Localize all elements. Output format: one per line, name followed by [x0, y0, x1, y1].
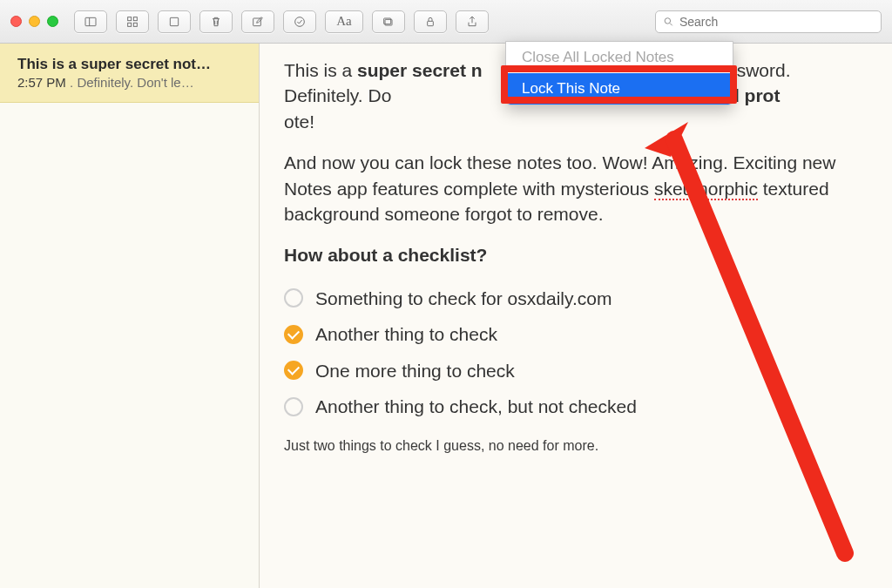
checklist: Something to check for osxdaily.com Anot…: [284, 280, 868, 425]
sidebar-toggle-button[interactable]: [74, 10, 107, 33]
attachments-icon: [167, 15, 181, 29]
format-icon: Aa: [336, 14, 352, 29]
search-icon: [663, 16, 674, 28]
minimize-window-button[interactable]: [29, 16, 40, 27]
note-paragraph: And now you can lock these notes too. Wo…: [284, 150, 868, 226]
svg-point-14: [665, 17, 670, 23]
trash-icon: [209, 15, 223, 29]
checklist-item[interactable]: Another thing to check, but not checked: [284, 389, 868, 424]
menu-item-close-locked[interactable]: Close All Locked Notes: [506, 42, 733, 73]
checklist-item[interactable]: Another thing to check: [284, 316, 868, 352]
checklist-item-label: Another thing to check, but not checked: [315, 394, 637, 419]
note-item-preview: . Definitely. Don't le…: [70, 75, 194, 90]
window-controls: [10, 16, 58, 27]
checklist-item-label: One more thing to check: [315, 358, 515, 383]
svg-rect-5: [133, 23, 137, 26]
lock-button[interactable]: [414, 10, 447, 33]
checklist-item-label: Another thing to check: [315, 321, 497, 347]
search-input[interactable]: [679, 15, 874, 29]
search-field[interactable]: [655, 10, 882, 33]
svg-rect-4: [128, 23, 132, 26]
checklist-icon: [293, 15, 307, 29]
checklist-item[interactable]: One more thing to check: [284, 353, 868, 389]
checkbox-checked-icon[interactable]: [284, 361, 303, 380]
grid-view-button[interactable]: [116, 10, 149, 33]
svg-rect-0: [85, 17, 96, 25]
delete-button[interactable]: [199, 10, 233, 33]
checklist-button[interactable]: [283, 10, 316, 33]
menu-item-lock-this-note[interactable]: Lock This Note: [506, 73, 733, 105]
share-button[interactable]: [456, 10, 489, 33]
checkbox-checked-icon[interactable]: [284, 325, 303, 344]
attachments-button[interactable]: [158, 10, 191, 33]
svg-rect-2: [128, 17, 132, 20]
note-item-meta: 2:57 PM . Definitely. Don't le…: [17, 75, 245, 90]
toolbar: Aa: [0, 0, 892, 44]
lock-dropdown-menu: Close All Locked Notes Lock This Note: [505, 41, 733, 105]
lock-icon: [423, 15, 437, 29]
note-heading: How about a checklist?: [284, 242, 868, 267]
folders-button[interactable]: [372, 10, 405, 33]
checklist-item[interactable]: Something to check for osxdaily.com: [284, 280, 868, 316]
maximize-window-button[interactable]: [47, 16, 58, 27]
svg-line-15: [670, 23, 672, 25]
notes-list-sidebar: This is a super secret not… 2:57 PM . De…: [0, 44, 260, 588]
svg-rect-3: [133, 17, 137, 20]
content-area: This is a super secret not… 2:57 PM . De…: [0, 44, 892, 588]
note-item-time: 2:57 PM: [17, 75, 66, 90]
note-paragraph: Just two things to check I guess, no nee…: [284, 436, 868, 456]
sidebar-icon: [84, 15, 98, 29]
note-item-title: This is a super secret not…: [17, 56, 245, 73]
svg-rect-6: [170, 17, 178, 25]
misspelled-word: skeumorphic: [654, 179, 758, 200]
format-button[interactable]: Aa: [325, 10, 363, 33]
checklist-item-label: Something to check for osxdaily.com: [315, 286, 612, 311]
svg-rect-13: [428, 21, 434, 25]
checkbox-unchecked-icon[interactable]: [284, 397, 303, 416]
svg-point-10: [295, 17, 305, 26]
share-icon: [465, 15, 479, 29]
checkbox-unchecked-icon[interactable]: [284, 288, 303, 308]
new-note-button[interactable]: [241, 10, 274, 33]
note-list-item[interactable]: This is a super secret not… 2:57 PM . De…: [0, 44, 259, 103]
close-window-button[interactable]: [10, 16, 22, 27]
compose-icon: [251, 15, 265, 29]
note-editor[interactable]: This is a super secret nd with a passwor…: [260, 44, 892, 588]
grid-icon: [125, 15, 139, 29]
window-icon: [382, 15, 395, 29]
